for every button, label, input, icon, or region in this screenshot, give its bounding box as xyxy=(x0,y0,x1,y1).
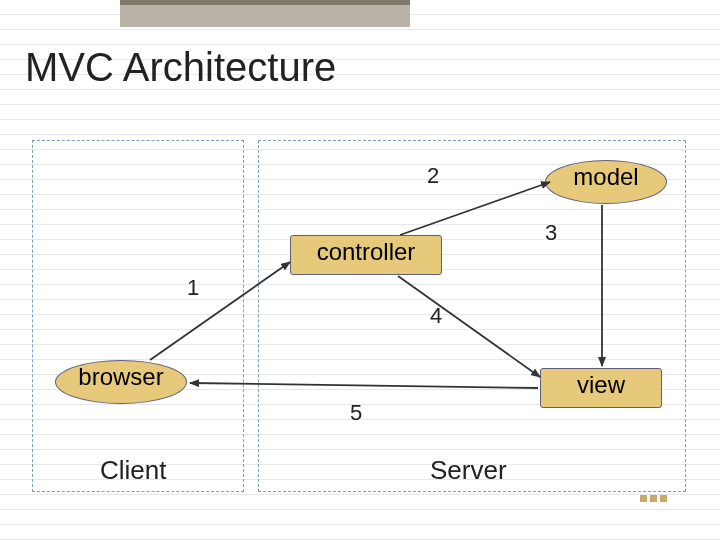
edge-label-5: 5 xyxy=(350,400,362,426)
edge-label-4: 4 xyxy=(430,303,442,329)
model-node: model xyxy=(545,160,667,204)
edge-label-2: 2 xyxy=(427,163,439,189)
client-label: Client xyxy=(100,455,166,486)
edge-label-3: 3 xyxy=(545,220,557,246)
controller-node: controller xyxy=(290,235,442,275)
browser-node-label: browser xyxy=(78,364,163,390)
view-node-label: view xyxy=(577,372,625,398)
edge-label-1: 1 xyxy=(187,275,199,301)
controller-node-label: controller xyxy=(317,239,416,265)
view-node: view xyxy=(540,368,662,408)
accent-squares-icon xyxy=(640,495,667,502)
page-title: MVC Architecture xyxy=(25,45,336,90)
browser-node: browser xyxy=(55,360,187,404)
decorative-top-bar xyxy=(120,0,410,27)
client-region xyxy=(32,140,244,492)
server-label: Server xyxy=(430,455,507,486)
model-node-label: model xyxy=(573,164,638,190)
